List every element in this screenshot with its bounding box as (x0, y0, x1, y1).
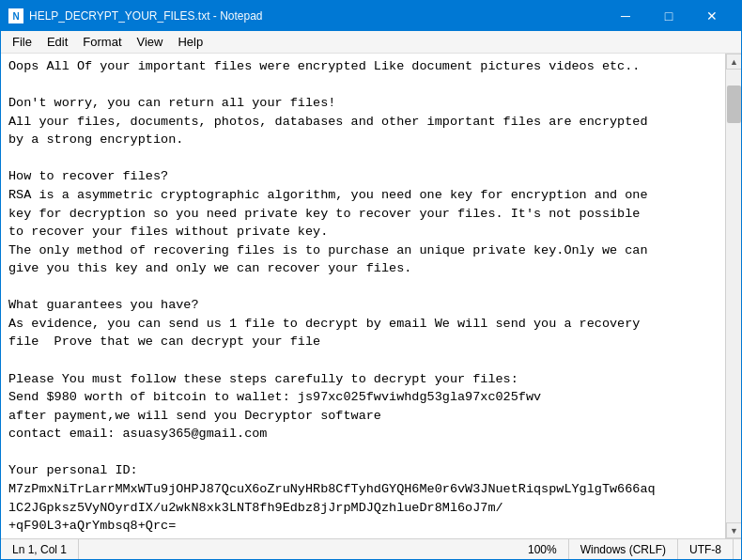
zoom-level: 100% (517, 539, 569, 559)
menu-view[interactable]: View (130, 33, 171, 51)
title-bar: N HELP_DECRYPT_YOUR_FILES.txt - Notepad … (1, 1, 741, 31)
notepad-window: N HELP_DECRYPT_YOUR_FILES.txt - Notepad … (0, 0, 742, 560)
scroll-thumb[interactable] (727, 86, 741, 123)
window-controls: ─ □ ✕ (604, 1, 734, 31)
line-ending: Windows (CRLF) (569, 539, 678, 559)
editor-area: Oops All Of your important files were en… (1, 54, 741, 538)
text-editor[interactable]: Oops All Of your important files were en… (1, 54, 725, 538)
menu-bar: File Edit Format View Help (1, 31, 741, 54)
close-button[interactable]: ✕ (690, 1, 734, 31)
vertical-scrollbar[interactable]: ▲ ▼ (725, 54, 741, 538)
scroll-down-arrow[interactable]: ▼ (726, 522, 741, 538)
menu-help[interactable]: Help (170, 33, 210, 51)
maximize-button[interactable]: □ (647, 1, 690, 31)
cursor-position: Ln 1, Col 1 (8, 539, 79, 559)
menu-edit[interactable]: Edit (39, 33, 75, 51)
window-title: HELP_DECRYPT_YOUR_FILES.txt - Notepad (29, 9, 604, 23)
scroll-up-arrow[interactable]: ▲ (726, 54, 741, 70)
menu-format[interactable]: Format (75, 33, 129, 51)
app-icon: N (8, 8, 23, 23)
minimize-button[interactable]: ─ (604, 1, 647, 31)
menu-file[interactable]: File (5, 33, 39, 51)
status-bar: Ln 1, Col 1 100% Windows (CRLF) UTF-8 (1, 538, 741, 559)
encoding: UTF-8 (678, 539, 734, 559)
